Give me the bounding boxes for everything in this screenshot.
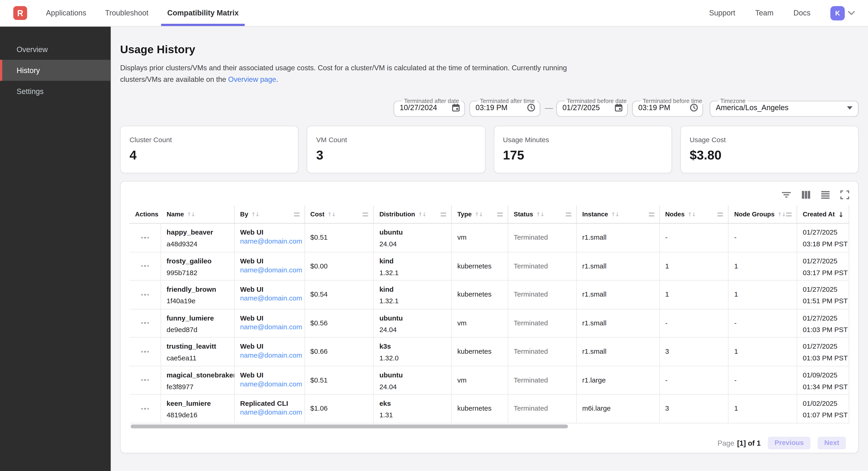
column-menu-icon[interactable] <box>363 212 368 216</box>
row-actions-icon[interactable] <box>141 237 149 238</box>
horizontal-scrollbar-thumb[interactable] <box>131 424 568 428</box>
nav-link-docs[interactable]: Docs <box>793 9 810 17</box>
distribution-primary: kind <box>379 285 449 294</box>
filter-icon[interactable] <box>782 190 791 199</box>
column-menu-icon[interactable] <box>294 212 299 216</box>
cell-status: Terminated <box>508 395 577 423</box>
column-header-cost[interactable]: Cost↑↓ <box>305 205 374 223</box>
terminated-after-time-value[interactable]: 03:19 PM <box>475 104 507 112</box>
column-menu-icon[interactable] <box>786 212 792 216</box>
terminated-after-date-value[interactable]: 10/27/2024 <box>400 104 437 112</box>
sidebar-item-settings[interactable]: Settings <box>0 81 111 102</box>
row-actions-icon[interactable] <box>141 351 149 353</box>
replicated-logo[interactable]: R <box>13 6 27 20</box>
overview-page-link[interactable]: Overview page <box>228 75 276 84</box>
sort-icon[interactable]: ↑↓ <box>611 211 619 217</box>
table-row: magical_stonebrakerfe3f8977Web UIname@do… <box>129 366 849 395</box>
calendar-icon[interactable] <box>614 104 623 112</box>
sort-icon[interactable]: ↑↓ <box>187 211 195 217</box>
sort-icon[interactable]: ↑↓ <box>327 211 335 217</box>
fullscreen-icon[interactable] <box>840 190 849 199</box>
column-header-created_at[interactable]: Created At↓ <box>797 205 849 223</box>
sidebar: Overview History Settings <box>0 27 111 471</box>
columns-icon[interactable] <box>802 190 810 199</box>
distribution-secondary: 24.04 <box>379 325 449 334</box>
column-header-by[interactable]: By↑↓ <box>235 205 305 223</box>
column-header-node_groups[interactable]: Node Groups↑↓ <box>728 205 797 223</box>
terminated-after-time-field[interactable]: Terminated after time 03:19 PM <box>469 98 540 117</box>
column-header-type[interactable]: Type↑↓ <box>452 205 508 223</box>
terminated-before-time-value[interactable]: 03:19 PM <box>638 104 670 112</box>
row-actions-icon[interactable] <box>141 265 149 267</box>
cell-cost: $0.54 <box>305 281 374 309</box>
sort-icon[interactable]: ↑↓ <box>474 211 483 217</box>
density-icon[interactable] <box>821 190 830 199</box>
stat-value: 3 <box>316 148 476 163</box>
cell-actions <box>129 224 161 252</box>
cell-name: magical_stonebrakerfe3f8977 <box>161 366 235 395</box>
column-header-status[interactable]: Status↑↓ <box>508 205 577 223</box>
terminated-before-date-field[interactable]: Terminated before date 01/27/2025 <box>556 98 628 117</box>
terminated-after-date-label: Terminated after date <box>402 98 461 104</box>
status-value: Terminated <box>514 233 548 242</box>
sort-icon[interactable]: ↑↓ <box>251 211 259 217</box>
column-menu-icon[interactable] <box>648 212 654 216</box>
user-menu[interactable]: K <box>831 6 855 20</box>
email-link[interactable]: name@domain.com <box>240 409 302 416</box>
row-actions-icon[interactable] <box>141 294 149 296</box>
nav-link-support[interactable]: Support <box>709 9 735 17</box>
terminated-after-date-field[interactable]: Terminated after date 10/27/2024 <box>394 98 465 117</box>
sidebar-item-history[interactable]: History <box>0 60 111 81</box>
clock-icon[interactable] <box>527 104 535 112</box>
cost-value: $0.51 <box>310 233 328 242</box>
email-link[interactable]: name@domain.com <box>240 237 302 245</box>
stat-card-usage-minutes: Usage Minutes 175 <box>493 125 672 173</box>
tab-applications[interactable]: Applications <box>46 0 86 26</box>
dropdown-arrow-icon[interactable] <box>847 106 852 109</box>
previous-page-button[interactable]: Previous <box>768 436 810 449</box>
sort-icon[interactable]: ↑↓ <box>777 211 785 217</box>
terminated-before-date-value[interactable]: 01/27/2025 <box>562 104 600 112</box>
tab-troubleshoot[interactable]: Troubleshoot <box>105 0 148 26</box>
horizontal-scrollbar <box>129 424 849 428</box>
row-actions-icon[interactable] <box>141 379 149 381</box>
timezone-value[interactable]: America/Los_Angeles <box>716 104 788 112</box>
stat-label: Usage Cost <box>690 136 849 144</box>
column-menu-icon[interactable] <box>497 212 503 216</box>
distribution-secondary: 1.31 <box>379 411 449 419</box>
sort-icon[interactable]: ↑↓ <box>687 211 695 217</box>
sidebar-item-overview[interactable]: Overview <box>0 39 111 60</box>
column-header-instance[interactable]: Instance↑↓ <box>577 205 659 223</box>
next-page-button[interactable]: Next <box>817 436 846 449</box>
clock-icon[interactable] <box>690 104 698 112</box>
column-header-nodes[interactable]: Nodes↑↓ <box>659 205 728 223</box>
column-menu-icon[interactable] <box>441 212 446 216</box>
terminated-before-time-label: Terminated before time <box>641 98 704 104</box>
type-value: vm <box>457 319 466 327</box>
row-actions-icon[interactable] <box>141 408 149 410</box>
email-link[interactable]: name@domain.com <box>240 351 302 359</box>
calendar-icon[interactable] <box>452 104 460 112</box>
row-actions-icon[interactable] <box>141 322 149 324</box>
sort-icon[interactable]: ↑↓ <box>536 211 544 217</box>
created_at-secondary: 01:34 PM PST <box>803 382 846 391</box>
tab-compatibility-matrix[interactable]: Compatibility Matrix <box>167 0 239 26</box>
stat-card-usage-cost: Usage Cost $3.80 <box>680 125 859 173</box>
column-header-distribution[interactable]: Distribution↑↓ <box>374 205 452 223</box>
chevron-down-icon[interactable] <box>847 10 855 16</box>
name-primary: funny_lumiere <box>166 314 232 322</box>
email-link[interactable]: name@domain.com <box>240 294 302 302</box>
column-menu-icon[interactable] <box>565 212 571 216</box>
email-link[interactable]: name@domain.com <box>240 266 302 274</box>
column-header-name[interactable]: Name↑↓ <box>161 205 235 223</box>
timezone-select[interactable]: Timezone America/Los_Angeles <box>710 98 859 117</box>
sort-icon[interactable]: ↑↓ <box>418 211 426 217</box>
email-link[interactable]: name@domain.com <box>240 323 302 331</box>
nav-link-team[interactable]: Team <box>755 9 773 17</box>
nodes-value: 3 <box>665 404 669 413</box>
email-link[interactable]: name@domain.com <box>240 380 302 388</box>
avatar[interactable]: K <box>831 6 845 20</box>
terminated-before-time-field[interactable]: Terminated before time 03:19 PM <box>632 98 703 117</box>
column-menu-icon[interactable] <box>718 212 723 216</box>
sort-desc-icon[interactable]: ↓ <box>838 210 844 218</box>
